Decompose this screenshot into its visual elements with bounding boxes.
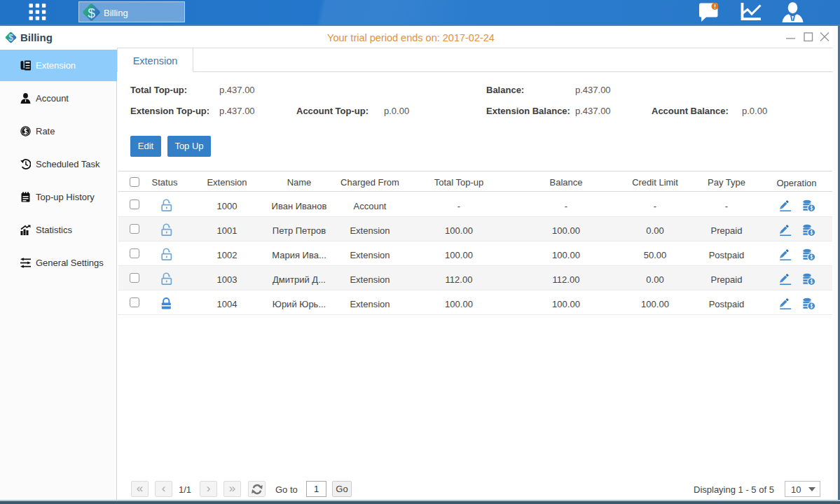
svg-text:$: $ (88, 6, 95, 20)
